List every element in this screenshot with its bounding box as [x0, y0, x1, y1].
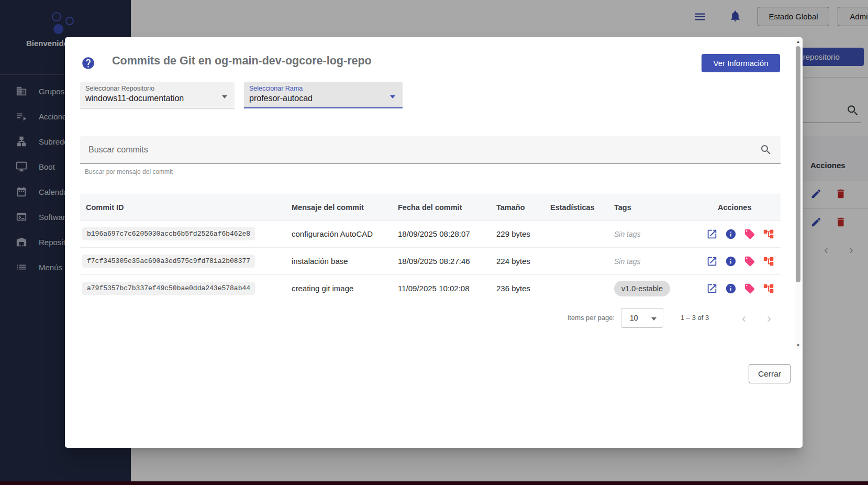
chevron-down-icon — [651, 317, 656, 321]
commit-id-chip: a79f5357bc7b337ef49c50bae0dda243e578ab44 — [82, 282, 255, 295]
repository-select-label: Seleccionar Repositorio — [85, 85, 154, 92]
commit-message: instalación base — [292, 257, 398, 266]
table-row: b196a697c7c6205030accb6b5fd2526af6b462e8… — [80, 221, 781, 248]
commit-date: 11/09/2025 10:02:08 — [398, 284, 496, 293]
open-in-new-icon[interactable] — [706, 228, 718, 240]
commits-table: Commit ID Mensaje del commit Fecha del c… — [80, 194, 781, 302]
page-size-value: 10 — [630, 314, 638, 322]
scrollbar-thumb[interactable] — [796, 46, 800, 282]
items-per-page-label: Items per page: — [536, 314, 615, 322]
commit-size: 236 bytes — [496, 284, 550, 293]
paginator-range: 1 – 3 of 3 — [681, 314, 709, 322]
search-icon — [760, 144, 772, 156]
commit-tags: Sin tags — [614, 257, 641, 266]
app-stage: Bienvenido Grupos Acciones Subredes Boot… — [0, 0, 868, 485]
col-header-stats: Estadísticas — [550, 203, 614, 212]
paginator-next-icon[interactable]: › — [762, 312, 776, 325]
git-tree-icon[interactable] — [763, 228, 774, 240]
info-icon[interactable] — [725, 283, 737, 294]
git-tree-icon[interactable] — [763, 256, 774, 267]
cerrar-button[interactable]: Cerrar — [749, 364, 791, 383]
commit-size: 229 bytes — [496, 229, 550, 238]
commit-size: 224 bytes — [496, 257, 550, 266]
paginator-prev-icon[interactable]: ‹ — [737, 312, 751, 325]
commit-date: 18/09/2025 08:27:46 — [398, 257, 496, 266]
table-row: f7cf345305e35ac690a3ed575c9fd781a2b08377… — [80, 248, 781, 275]
page-size-select[interactable]: 10 — [621, 308, 663, 328]
commit-id-chip: b196a697c7c6205030accb6b5fd2526af6b462e8 — [82, 227, 255, 240]
open-in-new-icon[interactable] — [706, 256, 718, 267]
modal-scrollbar: ▲ ▼ — [795, 38, 802, 350]
repository-select-value: windows11-documentation — [85, 94, 184, 103]
git-commits-dialog: Commits de Git en og-main-dev-ogcore-log… — [65, 37, 803, 448]
commit-message: creating git image — [292, 284, 398, 293]
tag-icon[interactable] — [744, 256, 755, 267]
search-hint: Buscar por mensaje del commit — [85, 168, 173, 175]
col-header-date: Fecha del commit — [398, 203, 496, 212]
repository-select[interactable]: Seleccionar Repositorio windows11-docume… — [80, 82, 235, 108]
help-icon[interactable] — [81, 56, 95, 70]
commit-date: 18/09/2025 08:28:07 — [398, 229, 496, 238]
chevron-down-icon — [222, 95, 227, 98]
col-header-actions: Acciones — [705, 203, 781, 212]
dialog-title: Commits de Git en og-main-dev-ogcore-log… — [112, 54, 372, 68]
table-header-row: Commit ID Mensaje del commit Fecha del c… — [80, 194, 781, 221]
tag-icon[interactable] — [744, 228, 755, 240]
col-header-size: Tamaño — [496, 203, 550, 212]
open-in-new-icon[interactable] — [706, 283, 718, 294]
table-row: a79f5357bc7b337ef49c50bae0dda243e578ab44… — [80, 275, 781, 302]
tag-icon[interactable] — [744, 283, 755, 294]
commit-id-chip: f7cf345305e35ac690a3ed575c9fd781a2b08377 — [82, 255, 255, 268]
ver-informacion-button[interactable]: Ver Información — [702, 54, 780, 72]
col-header-tags: Tags — [614, 203, 705, 212]
commit-message: configuración AutoCAD — [292, 229, 398, 238]
commit-tags: Sin tags — [614, 230, 641, 238]
branch-select-label: Seleccionar Rama — [249, 85, 303, 92]
branch-select-value: profesor-autocad — [249, 94, 313, 103]
info-icon[interactable] — [725, 256, 737, 267]
scroll-down-icon[interactable]: ▼ — [795, 342, 802, 349]
search-commits-input[interactable]: Buscar commits — [80, 136, 781, 164]
branch-select[interactable]: Seleccionar Rama profesor-autocad — [244, 82, 403, 108]
commit-tag-chip: v1.0-estable — [614, 281, 670, 296]
info-icon[interactable] — [725, 228, 737, 240]
chevron-down-icon — [390, 95, 395, 98]
col-header-commit-id: Commit ID — [80, 203, 292, 212]
scroll-up-icon[interactable]: ▲ — [795, 38, 802, 46]
col-header-message: Mensaje del commit — [292, 203, 398, 212]
search-commits-label: Buscar commits — [88, 145, 148, 155]
git-tree-icon[interactable] — [763, 283, 774, 294]
